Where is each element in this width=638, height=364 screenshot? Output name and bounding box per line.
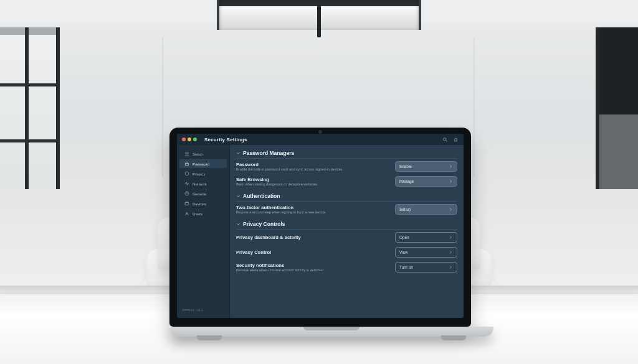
section-title: Authentication (243, 193, 280, 199)
chevron-right-icon (449, 265, 453, 269)
svg-line-1 (446, 140, 447, 141)
setting-control[interactable]: Set up (395, 204, 457, 215)
section-0: Password ManagersPasswordEnable the buil… (236, 149, 457, 188)
zoom-icon[interactable] (193, 138, 197, 141)
setting-row: PasswordEnable the built-in password vau… (236, 159, 457, 173)
sidebar-item-label: Network (193, 182, 207, 186)
sidebar-item-privacy[interactable]: Privacy (179, 169, 227, 178)
section-header[interactable]: Authentication (236, 192, 457, 202)
section-header[interactable]: Password Managers (236, 149, 457, 159)
setting-control[interactable]: Turn on (395, 262, 457, 273)
control-label: Turn on (399, 265, 413, 269)
users-icon (184, 211, 189, 216)
sidebar-item-label: Privacy (193, 172, 205, 176)
sidebar-item-password[interactable]: Password (179, 159, 227, 168)
section-1: AuthenticationTwo-factor authenticationR… (236, 192, 457, 216)
setting-control[interactable]: Manage (395, 176, 457, 187)
window-titlebar: Security Settings (177, 134, 464, 145)
page-title: Security Settings (204, 137, 247, 142)
setting-name: Security notifications (236, 263, 389, 268)
privacy-icon (184, 171, 189, 176)
setting-control[interactable]: View (395, 247, 457, 258)
settings-main: Password ManagersPasswordEnable the buil… (230, 145, 464, 318)
chevron-right-icon (449, 164, 453, 169)
setting-row: Privacy dashboard & activityOpen (236, 230, 457, 244)
sidebar-item-label: Password (193, 162, 209, 166)
chevron-down-icon (236, 194, 240, 198)
section-title: Password Managers (243, 150, 294, 156)
section-header[interactable]: Privacy Controls (236, 220, 457, 230)
notifications-icon[interactable] (453, 137, 459, 142)
traffic-lights[interactable] (182, 138, 197, 141)
chevron-right-icon (449, 250, 453, 254)
setting-name: Two-factor authentication (236, 205, 389, 210)
devices-icon (184, 201, 189, 206)
password-icon (184, 161, 189, 166)
setting-name: Password (236, 162, 389, 167)
chevron-down-icon (236, 222, 240, 226)
section-title: Privacy Controls (243, 221, 285, 227)
section-2: Privacy ControlsPrivacy dashboard & acti… (236, 220, 457, 274)
setting-desc: Require a second step when signing in fr… (236, 210, 386, 215)
chevron-down-icon (236, 151, 240, 156)
setting-name: Safe Browsing (236, 177, 389, 182)
control-label: Open (399, 235, 409, 240)
sidebar-item-label: Devices (193, 202, 206, 206)
sidebar-item-users[interactable]: Users (179, 209, 227, 218)
chevron-right-icon (449, 235, 453, 240)
setting-desc: Enable the built-in password vault and s… (236, 167, 386, 172)
control-label: Set up (399, 207, 411, 212)
setting-control[interactable]: Enable (395, 161, 457, 172)
sidebar-item-general[interactable]: General (179, 189, 227, 198)
svg-point-0 (444, 138, 447, 141)
minimize-icon[interactable] (188, 138, 191, 141)
setting-row: Safe BrowsingWarn when visiting dangerou… (236, 173, 457, 188)
setting-desc: Warn when visiting dangerous or deceptiv… (236, 182, 386, 187)
general-icon (184, 191, 189, 196)
control-label: View (399, 250, 408, 254)
setting-control[interactable]: Open (395, 232, 457, 243)
control-label: Manage (399, 179, 414, 184)
setting-row: Security notificationsReceive alerts whe… (236, 259, 457, 274)
sidebar-item-label: General (193, 192, 206, 196)
sidebar-item-network[interactable]: Network (179, 179, 227, 188)
setting-desc: Receive alerts when unusual account acti… (236, 268, 386, 273)
sidebar-item-devices[interactable]: Devices (179, 199, 227, 208)
sidebar-footer: Account · v2.1 (177, 306, 229, 314)
sidebar-item-setup[interactable]: Setup (179, 149, 227, 158)
setting-name: Privacy dashboard & activity (236, 235, 389, 240)
search-icon[interactable] (442, 137, 448, 142)
setup-icon (184, 151, 189, 156)
sidebar-item-label: Users (193, 212, 202, 216)
chevron-right-icon (449, 207, 453, 212)
setting-row: Two-factor authenticationRequire a secon… (236, 202, 457, 216)
close-icon[interactable] (182, 138, 186, 141)
setting-row: Privacy ControlView (236, 244, 457, 259)
control-label: Enable (399, 164, 412, 169)
chevron-right-icon (449, 179, 453, 184)
sidebar-item-label: Setup (193, 152, 202, 156)
sidebar: SetupPasswordPrivacyNetworkGeneralDevice… (177, 145, 230, 318)
setting-name: Privacy Control (236, 250, 389, 255)
network-icon (184, 181, 189, 186)
